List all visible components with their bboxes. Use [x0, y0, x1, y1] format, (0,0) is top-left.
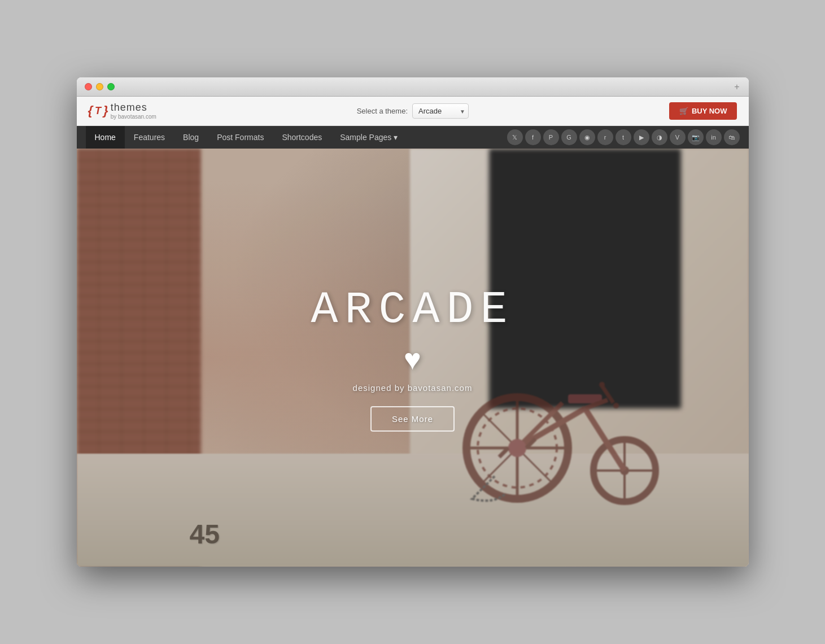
close-button[interactable] [85, 83, 92, 90]
hero-heart-icon: ♥ [404, 345, 421, 374]
theme-selector-area: Select a theme: Arcade Classifix Gazette… [357, 103, 469, 119]
logo-text: themes by bavotasan.com [111, 102, 156, 120]
browser-titlebar: + [77, 77, 749, 97]
vimeo-icon[interactable]: V [670, 129, 686, 145]
twitter-icon[interactable]: 𝕏 [507, 129, 523, 145]
browser-traffic-lights [85, 83, 115, 90]
linkedin-icon[interactable]: in [706, 129, 722, 145]
logo-brace-close: } [103, 103, 108, 118]
logo: { T } themes by bavotasan.com [88, 102, 156, 120]
browser-window: + { T } themes by bavotasan.com Select a… [77, 77, 749, 567]
dribbble-icon[interactable]: ◉ [579, 129, 595, 145]
cart-icon: 🛒 [679, 107, 688, 115]
logo-byline: by bavotasan.com [111, 114, 156, 120]
theme-select-wrapper[interactable]: Arcade Classifix Gazette Highlight ▼ [412, 103, 469, 119]
hero-content: ARCADE ♥ designed by bavotasan.com See M… [77, 149, 749, 567]
hero-number: 45 [190, 519, 220, 550]
top-bar: { T } themes by bavotasan.com Select a t… [77, 97, 749, 126]
hero-section: ARCADE ♥ designed by bavotasan.com See M… [77, 149, 749, 567]
tumblr-icon[interactable]: t [616, 129, 631, 145]
nav-social-icons: 𝕏 f P G ◉ r t ▶ ◑ V 📷 in 🛍 [507, 129, 740, 145]
nav-item-sample-pages[interactable]: Sample Pages ▾ [331, 126, 407, 149]
minimize-button[interactable] [96, 83, 103, 90]
logo-t: T [95, 105, 101, 117]
shopping-cart-icon[interactable]: 🛍 [724, 129, 740, 145]
instagram-icon[interactable]: 📷 [688, 129, 704, 145]
theme-select[interactable]: Arcade Classifix Gazette Highlight [412, 103, 469, 119]
hero-subtitle: designed by bavotasan.com [353, 383, 473, 393]
nav-item-features[interactable]: Features [125, 126, 174, 149]
google-plus-icon[interactable]: G [561, 129, 577, 145]
nav-bar: Home Features Blog Post Formats Shortcod… [77, 126, 749, 149]
nav-item-post-formats[interactable]: Post Formats [208, 126, 273, 149]
nav-links: Home Features Blog Post Formats Shortcod… [86, 126, 407, 149]
pinterest-icon[interactable]: P [543, 129, 559, 145]
facebook-icon[interactable]: f [525, 129, 541, 145]
hero-title: ARCADE [311, 284, 514, 336]
maximize-button[interactable] [107, 83, 115, 90]
logo-brace-open: { [88, 103, 93, 118]
flickr-icon[interactable]: ◑ [652, 129, 667, 145]
reddit-icon[interactable]: r [597, 129, 613, 145]
nav-item-blog[interactable]: Blog [174, 126, 208, 149]
hero-cta-button[interactable]: See More [370, 406, 455, 432]
buy-now-button[interactable]: 🛒 BUY NOW [669, 102, 737, 120]
logo-themes-word: themes [111, 102, 156, 114]
youtube-icon[interactable]: ▶ [634, 129, 649, 145]
nav-item-shortcodes[interactable]: Shortcodes [273, 126, 331, 149]
nav-item-home[interactable]: Home [86, 126, 125, 149]
theme-selector-label: Select a theme: [357, 107, 408, 115]
buy-now-label: BUY NOW [692, 107, 727, 115]
expand-icon[interactable]: + [734, 83, 741, 90]
